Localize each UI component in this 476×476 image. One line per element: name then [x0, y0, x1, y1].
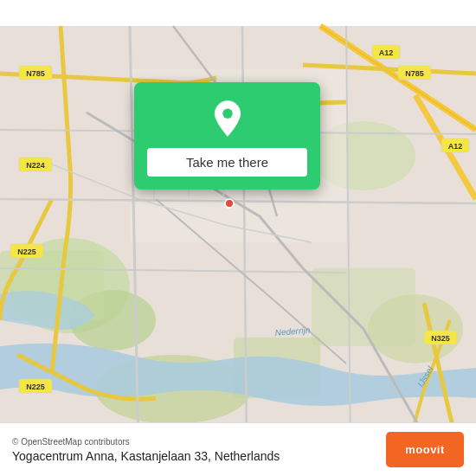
location-pin-icon [209, 100, 247, 138]
svg-text:N225: N225 [26, 383, 45, 391]
svg-text:A12: A12 [379, 48, 394, 57]
svg-point-31 [222, 109, 232, 119]
svg-text:N224: N224 [26, 161, 45, 170]
svg-point-30 [225, 199, 234, 208]
bottom-bar: © OpenStreetMap contributors Yogacentrum… [0, 422, 476, 476]
moovit-logo: moovit [386, 432, 464, 467]
svg-text:N785: N785 [26, 69, 45, 78]
take-me-there-button[interactable]: Take me there [147, 148, 307, 177]
svg-text:N225: N225 [17, 248, 36, 256]
moovit-logo-svg: moovit [395, 436, 455, 460]
svg-text:moovit: moovit [405, 443, 445, 456]
svg-point-6 [368, 294, 463, 363]
map-container: N785 N785 N784 A12 A12 N224 N225 N225 N3… [0, 0, 476, 476]
popup-card: Take me there [134, 82, 320, 190]
map-background: N785 N785 N784 A12 A12 N224 N225 N225 N3… [0, 0, 476, 476]
location-name: Yogacentrum Anna, Kastanjelaan 33, Nethe… [12, 449, 280, 463]
svg-text:N325: N325 [431, 334, 450, 343]
svg-text:A12: A12 [448, 142, 463, 151]
bottom-info: © OpenStreetMap contributors Yogacentrum… [12, 437, 280, 463]
moovit-brand: moovit [386, 432, 464, 467]
osm-credit: © OpenStreetMap contributors [12, 437, 280, 447]
svg-text:N785: N785 [405, 69, 424, 78]
